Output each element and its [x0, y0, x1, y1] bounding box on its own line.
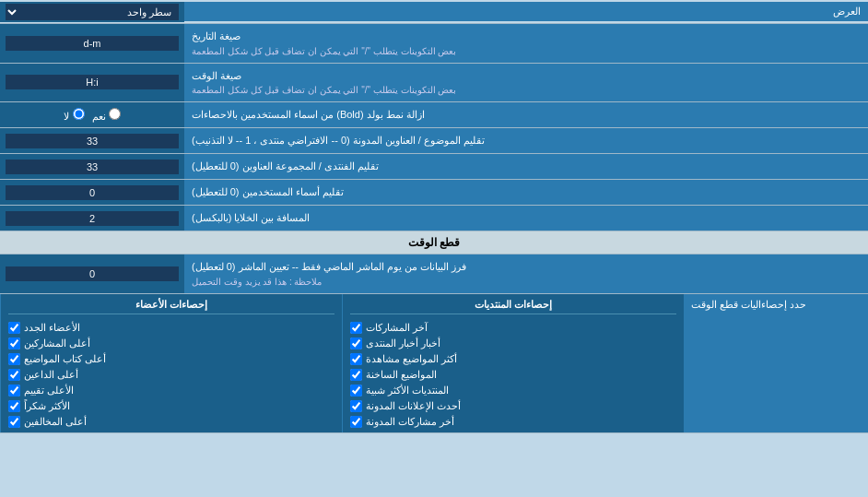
stats-section: حدد إحصاءاليات قطع الوقت إحصاءات المنتدي… [0, 294, 868, 433]
display-select[interactable]: سطر واحد سطرين ثلاثة أسطر [6, 4, 179, 20]
posts-order-row: تقليم الموضوع / العناوين المدونة (0 -- ا… [0, 128, 868, 154]
cells-gap-input[interactable] [6, 211, 179, 226]
col2-check-2[interactable] [8, 353, 20, 365]
check-item: الأعلى تقييم [8, 385, 334, 396]
col1-check-0[interactable] [350, 322, 362, 334]
cells-gap-row: المسافة بين الخلايا (بالبكسل) [0, 206, 868, 231]
cutoff-label-cell: فرز البيانات من يوم الماشر الماضي فقط --… [184, 254, 868, 293]
col1-check-3[interactable] [350, 369, 362, 381]
posts-order-input-cell[interactable] [0, 128, 184, 153]
usernames-trim-input[interactable] [6, 185, 179, 200]
check-item: أعلى الداعين [8, 369, 334, 381]
col1-check-5[interactable] [350, 400, 362, 412]
bold-yes-label[interactable]: نعم [92, 108, 121, 123]
display-label: العرض [184, 2, 868, 21]
forum-trim-row: تقليم الفنتدى / المجموعة العناوين (0 للت… [0, 154, 868, 180]
date-format-note: بعض التكوينات يتطلب "/" التي يمكن ان تضا… [192, 44, 456, 58]
date-format-label: صيغة التاريخ [192, 29, 240, 44]
col1-check-4[interactable] [350, 385, 362, 396]
time-format-label-cell: صيغة الوقت بعض التكوينات يتطلب "/" التي … [184, 64, 868, 102]
col1-check-1[interactable] [350, 337, 362, 349]
date-format-label-cell: صيغة التاريخ بعض التكوينات يتطلب "/" الت… [184, 24, 868, 63]
time-format-note: بعض التكوينات يتطلب "/" التي يمكن ان تضا… [192, 83, 456, 97]
col1-check-2[interactable] [350, 353, 362, 365]
col2-check-4[interactable] [8, 385, 20, 396]
check-item: أخر مشاركات المدونة [350, 416, 676, 428]
date-format-input-cell[interactable] [0, 24, 184, 63]
time-format-input-cell[interactable] [0, 64, 184, 102]
usernames-trim-label: تقليم أسماء المستخدمين (0 للتعطيل) [184, 180, 868, 205]
forum-trim-label: تقليم الفنتدى / المجموعة العناوين (0 للت… [184, 154, 868, 179]
cutoff-section-row: قطع الوقت [0, 231, 868, 254]
usernames-trim-input-cell[interactable] [0, 180, 184, 205]
col2-header: إحصاءات الأعضاء [8, 299, 334, 314]
cutoff-note: ملاحظة : هذا قد يزيد وقت التحميل [192, 275, 322, 289]
bold-row: ازالة نمط بولد (Bold) من اسماء المستخدمي… [0, 102, 868, 128]
cutoff-input[interactable] [6, 266, 179, 281]
bold-yes-radio[interactable] [109, 108, 121, 120]
col2-check-0[interactable] [8, 322, 20, 334]
check-item: أحدث الإعلانات المدونة [350, 400, 676, 412]
bold-label: ازالة نمط بولد (Bold) من اسماء المستخدمي… [184, 102, 868, 127]
date-format-row: صيغة التاريخ بعض التكوينات يتطلب "/" الت… [0, 24, 868, 64]
col2-check-6[interactable] [8, 416, 20, 428]
cells-gap-input-cell[interactable] [0, 206, 184, 231]
check-item: الأعضاء الجدد [8, 322, 334, 334]
bold-no-label[interactable]: لا [64, 108, 84, 123]
cutoff-row: فرز البيانات من يوم الماشر الماضي فقط --… [0, 254, 868, 294]
posts-order-input[interactable] [6, 134, 179, 148]
col1-check-6[interactable] [350, 416, 362, 428]
check-item: الأكثر شكراً [8, 400, 334, 412]
cutoff-label: فرز البيانات من يوم الماشر الماضي فقط --… [192, 259, 466, 275]
posts-order-label: تقليم الموضوع / العناوين المدونة (0 -- ا… [184, 128, 868, 153]
bold-no-radio[interactable] [73, 108, 85, 120]
check-item: المنتديات الأكثر شبية [350, 385, 676, 396]
usernames-trim-row: تقليم أسماء المستخدمين (0 للتعطيل) [0, 180, 868, 206]
check-item: أعلى كتاب المواضيع [8, 353, 334, 365]
col2-check-3[interactable] [8, 369, 20, 381]
cutoff-section-header: قطع الوقت [0, 231, 868, 254]
cells-gap-label: المسافة بين الخلايا (بالبكسل) [184, 206, 868, 231]
time-format-input[interactable] [6, 75, 179, 89]
stats-limit-label: حدد إحصاءاليات قطع الوقت [684, 294, 868, 432]
stats-col-1: إحصاءات المنتديات آخر المشاركات أخبار أخ… [342, 294, 684, 432]
forum-trim-input-cell[interactable] [0, 154, 184, 179]
stats-checkboxes: إحصاءات المنتديات آخر المشاركات أخبار أخ… [0, 294, 684, 432]
time-format-row: صيغة الوقت بعض التكوينات يتطلب "/" التي … [0, 64, 868, 103]
display-select-cell[interactable]: سطر واحد سطرين ثلاثة أسطر [0, 2, 184, 22]
check-item: أعلى المشاركين [8, 337, 334, 349]
bold-radio-cell: نعم لا [0, 102, 184, 127]
check-item: أعلى المخالفين [8, 416, 334, 428]
time-format-label: صيغة الوقت [192, 68, 241, 84]
check-item: أخبار أخبار المنتدى [350, 337, 676, 349]
check-item: آخر المشاركات [350, 322, 676, 334]
date-format-input[interactable] [6, 36, 179, 51]
check-item: أكثر المواضيع مشاهدة [350, 353, 676, 365]
cutoff-input-cell[interactable] [0, 254, 184, 293]
col2-check-5[interactable] [8, 400, 20, 412]
display-row: العرض سطر واحد سطرين ثلاثة أسطر [0, 0, 868, 24]
check-item: المواضيع الساخنة [350, 369, 676, 381]
stats-col-2: إحصاءات الأعضاء الأعضاء الجدد أعلى المشا… [0, 294, 342, 432]
forum-trim-input[interactable] [6, 160, 179, 174]
col1-header: إحصاءات المنتديات [350, 299, 676, 314]
col2-check-1[interactable] [8, 337, 20, 349]
